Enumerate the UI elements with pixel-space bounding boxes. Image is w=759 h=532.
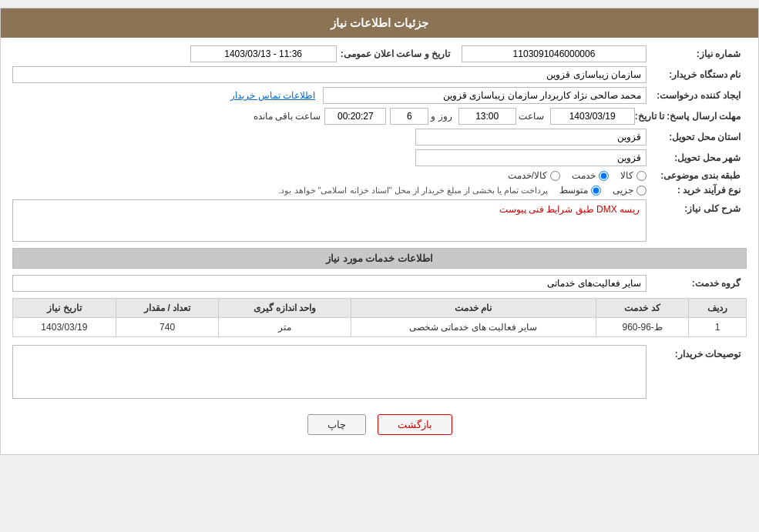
process-note: پرداخت تمام یا بخشی از مبلغ خریدار از مح… bbox=[12, 186, 548, 196]
page-title: جزئیات اطلاعات نیاز bbox=[331, 16, 428, 29]
city-label: شهر محل تحویل: bbox=[646, 152, 747, 163]
radio-jozi-input[interactable] bbox=[636, 186, 646, 196]
radio-jozi: جزیی bbox=[613, 185, 646, 196]
row-city: شهر محل تحویل: bbox=[12, 149, 747, 166]
back-button[interactable]: بازگشت bbox=[378, 414, 452, 435]
table-head: ردیف کد خدمت نام خدمت واحد اندازه گیری ت… bbox=[13, 299, 747, 318]
row-need-number: شماره نیاز: تاریخ و ساعت اعلان عمومی: bbox=[12, 45, 747, 62]
province-label: استان محل تحویل: bbox=[646, 132, 747, 142]
need-desc-textarea[interactable] bbox=[12, 199, 646, 242]
col-header-code: کد خدمت bbox=[596, 299, 688, 318]
col-header-row: ردیف bbox=[689, 299, 747, 318]
col-header-unit: واحد اندازه گیری bbox=[219, 299, 351, 318]
process-label: نوع فرآیند خرید : bbox=[646, 185, 747, 196]
table-row: 1 ط-96-960 سایر فعالیت های خدماتی شخصی م… bbox=[13, 318, 747, 337]
row-creator: ایجاد کننده درخواست: اطلاعات تماس خریدار bbox=[12, 87, 747, 104]
services-table: ردیف کد خدمت نام خدمت واحد اندازه گیری ت… bbox=[12, 298, 747, 337]
table-body: 1 ط-96-960 سایر فعالیت های خدماتی شخصی م… bbox=[13, 318, 747, 337]
service-group-input[interactable] bbox=[12, 275, 646, 292]
radio-kala-label: کالا bbox=[620, 170, 633, 181]
deadline-label: مهلت ارسال پاسخ: تا تاریخ: bbox=[635, 111, 747, 122]
row-province: استان محل تحویل: bbox=[12, 129, 747, 146]
deadline-time-label: ساعت bbox=[519, 111, 544, 122]
cell-name: سایر فعالیت های خدماتی شخصی bbox=[351, 318, 596, 337]
cell-date: 1403/03/19 bbox=[13, 318, 116, 337]
radio-jozi-label: جزیی bbox=[613, 185, 633, 196]
row-category: طبقه بندی موضوعی: کالا خدمت کالا/خدمت bbox=[12, 170, 747, 181]
need-number-input[interactable] bbox=[462, 45, 646, 62]
deadline-date-input[interactable] bbox=[550, 108, 635, 125]
col-header-qty: تعداد / مقدار bbox=[116, 299, 219, 318]
need-desc-label: شرح کلی نیاز: bbox=[646, 199, 747, 214]
page-wrapper: جزئیات اطلاعات نیاز شماره نیاز: تاریخ و … bbox=[0, 8, 759, 455]
cell-code: ط-96-960 bbox=[596, 318, 688, 337]
deadline-remaining-label: ساعت باقی مانده bbox=[254, 111, 321, 122]
process-radio-group: جزیی متوسط پرداخت تمام یا بخشی از مبلغ خ… bbox=[12, 185, 646, 196]
deadline-remaining-input[interactable] bbox=[324, 108, 386, 125]
creator-label: ایجاد کننده درخواست: bbox=[646, 90, 747, 101]
radio-kala-khedmat-input[interactable] bbox=[550, 171, 560, 181]
radio-kala: کالا bbox=[620, 170, 646, 181]
row-buyer-org: نام دستگاه خریدار: bbox=[12, 66, 747, 83]
radio-kala-khedmat-label: کالا/خدمت bbox=[508, 170, 547, 181]
city-input[interactable] bbox=[415, 149, 646, 166]
col-header-name: نام خدمت bbox=[351, 299, 596, 318]
radio-kala-khedmat: کالا/خدمت bbox=[508, 170, 560, 181]
row-process: نوع فرآیند خرید : جزیی متوسط پرداخت تمام… bbox=[12, 185, 747, 196]
main-content: شماره نیاز: تاریخ و ساعت اعلان عمومی: نا… bbox=[1, 38, 758, 454]
announcement-input[interactable] bbox=[190, 45, 337, 62]
deadline-time-input[interactable] bbox=[458, 108, 516, 125]
cell-row: 1 bbox=[689, 318, 747, 337]
radio-motavaset-input[interactable] bbox=[591, 186, 601, 196]
page-header: جزئیات اطلاعات نیاز bbox=[1, 8, 758, 38]
creator-input[interactable] bbox=[323, 87, 646, 104]
radio-khedmat: خدمت bbox=[572, 170, 609, 181]
service-group-row: گروه خدمت: bbox=[12, 275, 747, 292]
service-group-label: گروه خدمت: bbox=[646, 278, 747, 289]
deadline-day-input[interactable] bbox=[390, 108, 428, 125]
deadline-day-label: روز و bbox=[431, 111, 452, 122]
service-info-header: اطلاعات خدمات مورد نیاز bbox=[12, 248, 747, 269]
buyer-org-label: نام دستگاه خریدار: bbox=[646, 69, 747, 80]
radio-motavaset-label: متوسط bbox=[559, 185, 588, 196]
contact-link[interactable]: اطلاعات تماس خریدار bbox=[230, 90, 315, 101]
buyer-org-input[interactable] bbox=[12, 66, 646, 83]
category-label: طبقه بندی موضوعی: bbox=[646, 170, 747, 181]
need-desc-section: شرح کلی نیاز: bbox=[12, 199, 747, 242]
radio-khedmat-label: خدمت bbox=[572, 170, 596, 181]
cell-qty: 740 bbox=[116, 318, 219, 337]
buyer-notes-section: توصیحات خریدار: bbox=[12, 345, 747, 399]
radio-khedmat-input[interactable] bbox=[599, 171, 609, 181]
buyer-notes-label: توصیحات خریدار: bbox=[646, 345, 747, 360]
row-deadline: مهلت ارسال پاسخ: تا تاریخ: ساعت روز و سا… bbox=[12, 108, 747, 125]
province-input[interactable] bbox=[415, 129, 646, 146]
radio-motavaset: متوسط bbox=[559, 185, 601, 196]
buyer-notes-box bbox=[12, 345, 646, 399]
col-header-date: تاریخ نیاز bbox=[13, 299, 116, 318]
print-button[interactable]: چاپ bbox=[307, 414, 366, 435]
cell-unit: متر bbox=[219, 318, 351, 337]
table-header-row: ردیف کد خدمت نام خدمت واحد اندازه گیری ت… bbox=[13, 299, 747, 318]
radio-kala-input[interactable] bbox=[636, 171, 646, 181]
need-number-label: شماره نیاز: bbox=[646, 49, 747, 59]
button-row: بازگشت چاپ bbox=[12, 407, 747, 447]
announcement-label: تاریخ و ساعت اعلان عمومی: bbox=[341, 49, 450, 59]
category-radio-group: کالا خدمت کالا/خدمت bbox=[12, 170, 646, 181]
